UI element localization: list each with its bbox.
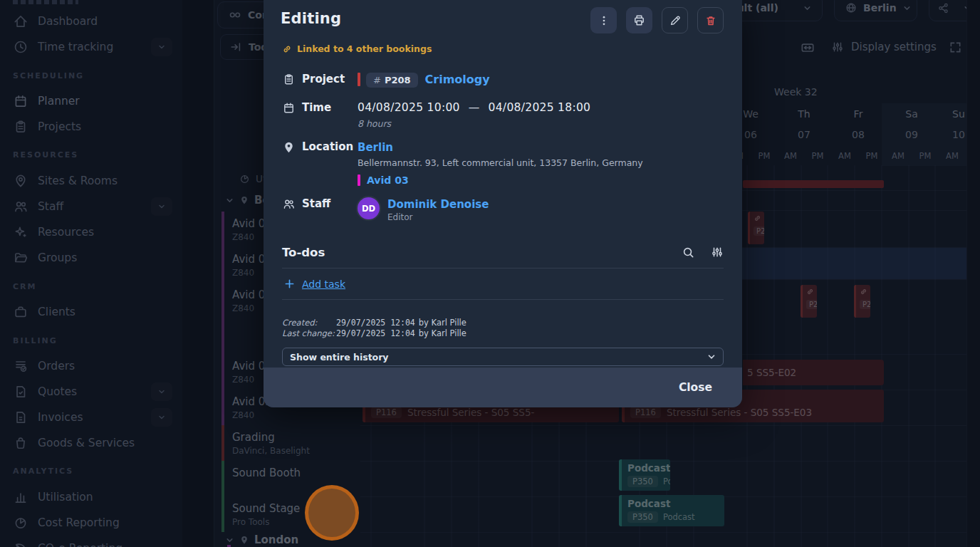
clipboard-icon — [282, 73, 296, 88]
link-icon — [282, 44, 292, 54]
created-by: by Karl Pille — [419, 318, 466, 328]
todos-section: To-dos Add task — [264, 246, 742, 300]
kebab-menu-icon — [598, 15, 610, 26]
project-name-link[interactable]: Crimology — [425, 73, 490, 86]
time-separator: — — [469, 101, 480, 114]
pin-icon — [282, 140, 296, 186]
location-city-link[interactable]: Berlin — [358, 141, 393, 154]
delete-button[interactable] — [697, 7, 724, 33]
time-label: Time — [302, 101, 331, 129]
pencil-icon — [669, 14, 682, 27]
time-duration: 8 hours — [358, 118, 724, 129]
edit-button[interactable] — [662, 7, 688, 33]
staff-row: Staff DD Dominik Denoise Editor — [264, 197, 742, 222]
people-icon — [282, 197, 296, 222]
avatar: DD — [358, 197, 380, 219]
last-change-by: by Karl Pille — [419, 328, 466, 338]
room-link[interactable]: Avid 03 — [367, 174, 409, 186]
calendar-icon — [282, 101, 296, 129]
add-task-label: Add task — [302, 278, 345, 290]
print-button[interactable] — [626, 7, 652, 33]
audit-meta: Created: 29/07/2025 12:04by Karl Pille L… — [264, 318, 742, 339]
app-window: Dashboard Time tracking SCHEDULING Plann… — [0, 0, 980, 547]
history-select-value: Show entire history — [290, 352, 389, 363]
add-task-button[interactable]: Add task — [282, 269, 724, 299]
last-change-label: Last change: — [282, 328, 336, 339]
last-change-date: 29/07/2025 12:04 — [336, 328, 415, 338]
time-end: 04/08/2025 18:00 — [489, 101, 591, 114]
modal-title: Editing — [281, 7, 341, 27]
project-label: Project — [302, 73, 345, 88]
click-highlight-cursor — [305, 485, 359, 541]
linked-bookings-label: Linked to 4 other bookings — [297, 43, 432, 54]
booking-details-modal: Editing Linked to 4 other bookings — [264, 0, 742, 407]
close-button[interactable]: Close — [669, 375, 722, 400]
trash-icon — [704, 14, 717, 27]
history-select[interactable]: Show entire history — [282, 348, 724, 366]
time-row: Time 04/08/2025 10:00—04/08/2025 18:00 8… — [264, 101, 742, 129]
todos-heading: To-dos — [282, 246, 325, 259]
project-row: Project #P208Crimology — [264, 73, 742, 88]
staff-name-link[interactable]: Dominik Denoise — [387, 198, 489, 211]
linked-bookings-link[interactable]: Linked to 4 other bookings — [282, 43, 742, 54]
filter-sliders-icon[interactable] — [711, 246, 724, 259]
time-start: 04/08/2025 10:00 — [358, 101, 460, 114]
divider — [282, 299, 724, 300]
modal-footer: Close — [264, 368, 742, 407]
location-label: Location — [302, 140, 353, 186]
location-address: Bellermannstr. 93, Left commercial unit,… — [358, 157, 724, 168]
staff-label: Staff — [302, 197, 330, 222]
staff-role: Editor — [387, 212, 489, 222]
created-label: Created: — [282, 318, 336, 328]
project-color-bar — [358, 73, 360, 86]
room-color-bar — [358, 174, 360, 186]
created-date: 29/07/2025 12:04 — [336, 318, 415, 328]
chevron-down-icon — [707, 352, 716, 362]
printer-icon — [632, 14, 646, 27]
project-number-badge: #P208 — [366, 73, 418, 88]
plus-icon — [283, 278, 296, 290]
search-icon[interactable] — [682, 246, 695, 259]
more-options-button[interactable] — [590, 7, 617, 33]
location-row: Location Berlin Bellermannstr. 93, Left … — [264, 140, 742, 186]
